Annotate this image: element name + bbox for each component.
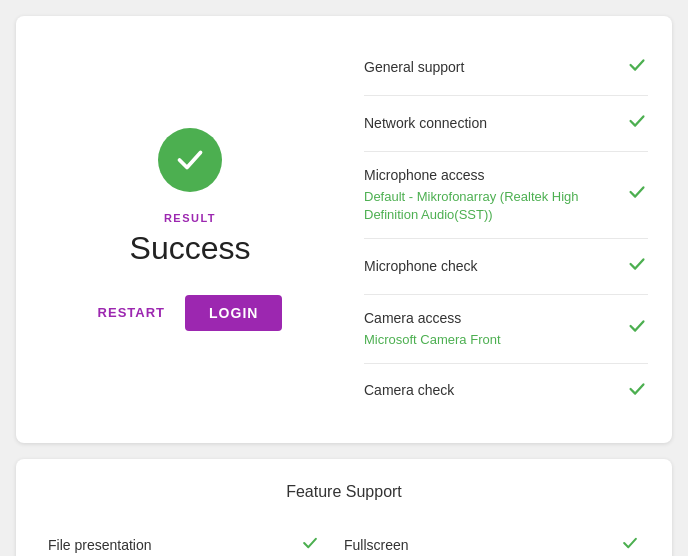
check-passed-icon	[626, 54, 648, 81]
check-item-name: Microphone access	[364, 166, 610, 186]
result-label: RESULT	[164, 212, 216, 224]
check-item-info: Camera check	[364, 381, 610, 401]
check-item-detail: Microsoft Camera Front	[364, 331, 610, 349]
check-item-name: Network connection	[364, 114, 610, 134]
check-item-info: Camera accessMicrosoft Camera Front	[364, 309, 610, 349]
check-item-info: General support	[364, 58, 610, 78]
check-item-name: Camera access	[364, 309, 610, 329]
check-item-name: Microphone check	[364, 257, 610, 277]
check-item: Camera accessMicrosoft Camera Front	[364, 295, 648, 364]
check-passed-icon	[626, 253, 648, 280]
checkmark-icon	[172, 142, 208, 178]
feature-row: File presentation	[48, 521, 344, 556]
check-item: Camera check	[364, 364, 648, 419]
feature-name: File presentation	[48, 537, 288, 553]
check-item-info: Microphone check	[364, 257, 610, 277]
check-item: General support	[364, 40, 648, 96]
check-passed-icon	[626, 110, 648, 137]
feature-name: Fullscreen	[344, 537, 608, 553]
main-card: RESULT Success RESTART LOGIN General sup…	[16, 16, 672, 443]
restart-button[interactable]: RESTART	[98, 297, 165, 328]
check-item: Microphone accessDefault - Mikrofonarray…	[364, 152, 648, 239]
right-panel: General supportNetwork connectionMicroph…	[340, 40, 648, 419]
feature-check-icon	[300, 533, 320, 556]
check-item-name: Camera check	[364, 381, 610, 401]
success-text: Success	[130, 230, 251, 267]
success-icon-circle	[158, 128, 222, 192]
feature-row: Fullscreen	[344, 521, 640, 556]
login-button[interactable]: LOGIN	[185, 295, 282, 331]
check-item-info: Microphone accessDefault - Mikrofonarray…	[364, 166, 610, 224]
check-item: Microphone check	[364, 239, 648, 295]
check-passed-icon	[626, 315, 648, 342]
check-passed-icon	[626, 181, 648, 208]
check-item-name: General support	[364, 58, 610, 78]
left-panel: RESULT Success RESTART LOGIN	[40, 40, 340, 419]
feature-grid: File presentationFullscreenScreen sharin…	[48, 521, 640, 556]
feature-card: Feature Support File presentationFullscr…	[16, 459, 672, 556]
actions-row: RESTART LOGIN	[98, 295, 283, 331]
check-item: Network connection	[364, 96, 648, 152]
check-passed-icon	[626, 378, 648, 405]
feature-title: Feature Support	[48, 483, 640, 501]
feature-check-icon	[620, 533, 640, 556]
check-item-detail: Default - Mikrofonarray (Realtek High De…	[364, 188, 610, 224]
check-item-info: Network connection	[364, 114, 610, 134]
